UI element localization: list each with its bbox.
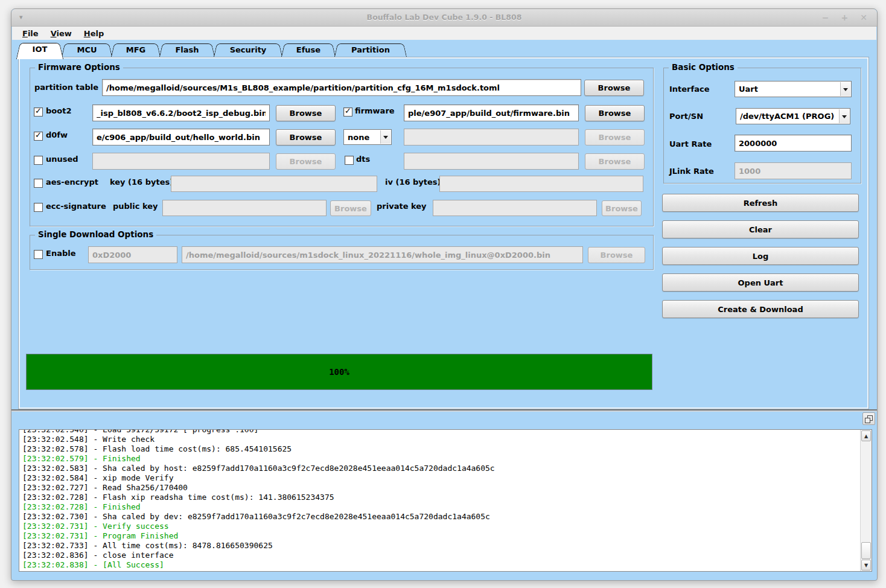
log-line: [23:32:02.583] - Sha caled by host: e825…	[22, 464, 857, 473]
log-line: [23:32:02.727] - Read Sha256/170400	[22, 483, 857, 493]
boot2-browse-button[interactable]: Browse	[276, 105, 336, 121]
tab-iot[interactable]: IOT	[20, 43, 60, 59]
jlink-rate-label: JLink Rate	[669, 167, 714, 176]
basic-options-title: Basic Options	[669, 62, 738, 72]
d0fw-browse-button[interactable]: Browse	[276, 129, 336, 145]
browse-label: Browse	[605, 204, 638, 213]
aes-encrypt-label: aes-encrypt	[46, 177, 98, 187]
unused-path-input	[92, 153, 270, 170]
browse-label: Browse	[599, 133, 631, 142]
refresh-button-label: Refresh	[744, 199, 778, 208]
clear-button-label: Clear	[749, 225, 772, 234]
enable-checkbox[interactable]	[34, 250, 43, 259]
create-download-button[interactable]: Create & Download	[662, 300, 859, 318]
tab-efuse[interactable]: Efuse	[284, 43, 333, 57]
menu-file[interactable]: File	[17, 28, 44, 39]
unused-label: unused	[46, 155, 78, 164]
tab-partition-label: Partition	[337, 43, 404, 57]
log-button[interactable]: Log	[662, 247, 859, 265]
uart-rate-label: Uart Rate	[669, 139, 712, 149]
tab-flash[interactable]: Flash	[162, 43, 212, 57]
tab-iot-label: IOT	[20, 43, 60, 56]
port-sn-label: Port/SN	[669, 112, 703, 121]
tab-mfg[interactable]: MFG	[114, 43, 158, 57]
dock-splitter[interactable]	[11, 409, 877, 411]
log-output[interactable]: [23:32:02.540] - Load 59172/59172 [ prog…	[19, 429, 872, 572]
log-line: [23:32:02.730] - Sha caled by dev: e8259…	[22, 512, 857, 522]
single-download-path-input	[182, 246, 583, 263]
menubar: File View Help	[12, 27, 876, 40]
open-uart-button[interactable]: Open Uart	[662, 273, 859, 292]
log-line: [23:32:02.733] - All time cost(ms): 8478…	[22, 541, 857, 551]
unused-checkbox[interactable]	[34, 156, 43, 165]
dock-float-icon[interactable]	[862, 412, 875, 425]
browse-label: Browse	[599, 157, 631, 166]
private-key-label: private key	[377, 202, 427, 211]
app-window: ▾ Bouffalo Lab Dev Cube 1.9.0 - BL808 − …	[11, 8, 878, 581]
browse-label: Browse	[598, 83, 631, 92]
port-sn-select[interactable]: /dev/ttyACM1 (PROG)	[736, 108, 850, 124]
chevron-down-icon	[380, 130, 390, 144]
log-line: [23:32:02.731] - Verify success	[22, 522, 857, 531]
dts-path-input	[404, 153, 579, 170]
log-line: [23:32:02.540] - Load 59172/59172 [ prog…	[22, 429, 857, 435]
log-lines: [23:32:02.540] - Load 59172/59172 [ prog…	[22, 429, 857, 570]
partition-browse-button[interactable]: Browse	[584, 80, 644, 96]
tab-mcu[interactable]: MCU	[65, 43, 109, 57]
d0fw-checkbox[interactable]	[34, 132, 43, 141]
maximize-button[interactable]: +	[841, 13, 849, 22]
menu-help[interactable]: Help	[78, 28, 109, 39]
progress-bar-label: 100%	[27, 354, 652, 389]
close-button[interactable]: ✕	[860, 13, 867, 22]
unused-browse-button: Browse	[276, 153, 336, 170]
port-sn-select-value: /dev/ttyACM1 (PROG)	[740, 112, 834, 121]
browse-label: Browse	[599, 109, 631, 118]
browse-label: Browse	[290, 133, 322, 142]
tab-security-label: Security	[217, 43, 279, 57]
firmware-path-input[interactable]	[404, 104, 579, 121]
clear-button[interactable]: Clear	[662, 220, 859, 238]
single-download-title: Single Download Options	[35, 229, 156, 239]
scrollbar-thumb[interactable]	[861, 542, 871, 559]
log-scrollbar[interactable]: ▲ ▼	[860, 430, 872, 571]
group-select[interactable]: none	[343, 129, 392, 145]
log-line: [23:32:02.728] - Finished	[22, 502, 857, 512]
log-line: [23:32:02.548] - Write check	[22, 435, 857, 444]
refresh-button[interactable]: Refresh	[662, 194, 859, 212]
tab-mfg-label: MFG	[114, 43, 158, 57]
minimize-button[interactable]: −	[822, 13, 829, 22]
tab-flash-label: Flash	[162, 43, 212, 57]
scroll-up-icon[interactable]: ▲	[861, 430, 871, 441]
aes-encrypt-checkbox[interactable]	[34, 179, 43, 188]
boot2-path-input[interactable]	[92, 104, 270, 121]
create-download-button-label: Create & Download	[718, 305, 803, 314]
titlebar[interactable]: ▾ Bouffalo Lab Dev Cube 1.9.0 - BL808 − …	[11, 9, 877, 27]
interface-select[interactable]: Uart	[735, 81, 852, 97]
ecc-signature-checkbox[interactable]	[34, 203, 43, 212]
log-line: [23:32:02.579] - Finished	[22, 454, 857, 464]
menu-view[interactable]: View	[45, 28, 77, 39]
aes-iv-label: iv (16 bytes)	[385, 177, 441, 187]
firmware-checkbox[interactable]	[343, 107, 352, 117]
partition-table-input[interactable]	[102, 79, 581, 96]
private-key-browse-button: Browse	[602, 200, 642, 216]
interface-select-value: Uart	[739, 85, 758, 94]
chevron-down-icon	[840, 82, 850, 96]
public-key-browse-button: Browse	[330, 200, 371, 216]
d0fw-path-input[interactable]	[92, 129, 270, 145]
dts-checkbox[interactable]	[345, 156, 354, 165]
log-line: [23:32:02.728] - Flash xip readsha time …	[22, 493, 857, 502]
log-line: [23:32:02.836] - close interface	[22, 551, 857, 560]
public-key-input	[162, 200, 327, 216]
boot2-checkbox[interactable]	[34, 107, 43, 117]
aes-key-input	[171, 176, 377, 192]
firmware-browse-button[interactable]: Browse	[585, 105, 645, 121]
group-select-value: none	[348, 133, 369, 142]
aes-iv-input	[439, 176, 643, 192]
log-line: [23:32:02.838] - [All Success]	[22, 560, 857, 570]
tab-partition[interactable]: Partition	[337, 43, 404, 57]
tab-security[interactable]: Security	[217, 43, 279, 57]
boot2-label: boot2	[46, 106, 71, 115]
scroll-down-icon[interactable]: ▼	[861, 560, 871, 570]
uart-rate-input[interactable]	[735, 135, 852, 152]
